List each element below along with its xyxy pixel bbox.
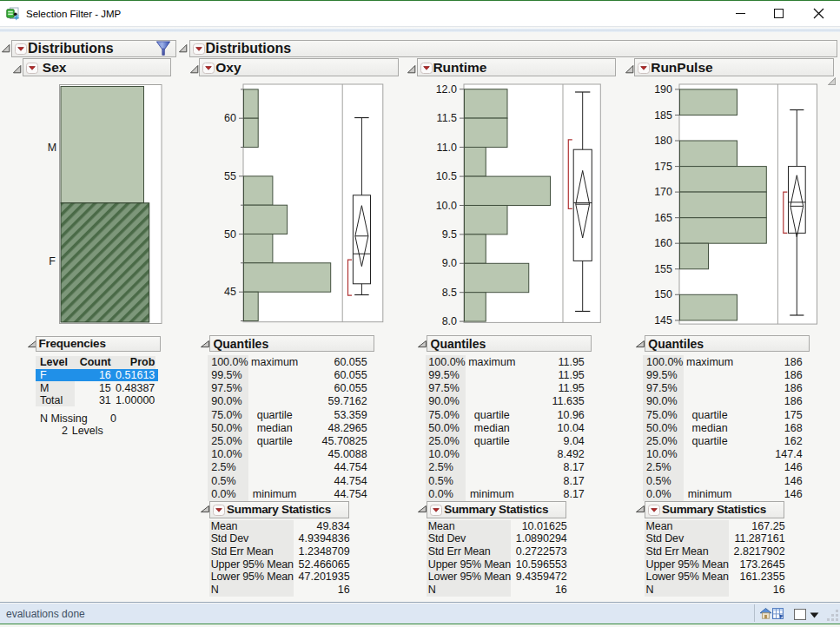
svg-text:9.0: 9.0 [441, 258, 456, 270]
svg-text:150: 150 [654, 288, 672, 300]
svg-text:8.0: 8.0 [441, 315, 456, 326]
svg-text:185: 185 [654, 109, 672, 121]
svg-text:155: 155 [654, 263, 672, 275]
svg-text:8.5: 8.5 [441, 287, 456, 299]
svg-text:10.0: 10.0 [435, 200, 456, 212]
svg-text:50: 50 [224, 228, 236, 241]
svg-text:M: M [48, 142, 56, 154]
svg-text:145: 145 [654, 314, 672, 327]
svg-text:9.5: 9.5 [441, 228, 456, 241]
svg-text:55: 55 [224, 170, 236, 182]
svg-text:F: F [49, 255, 56, 267]
svg-text:175: 175 [654, 160, 672, 172]
svg-text:180: 180 [654, 135, 672, 147]
svg-text:45: 45 [224, 286, 236, 298]
svg-text:11.0: 11.0 [436, 142, 456, 154]
svg-text:11.5: 11.5 [436, 112, 456, 124]
svg-text:12.0: 12.0 [435, 83, 456, 96]
svg-text:165: 165 [654, 212, 672, 224]
svg-text:60: 60 [224, 112, 236, 124]
svg-text:10.5: 10.5 [435, 170, 456, 182]
svg-text:160: 160 [654, 237, 672, 249]
svg-text:190: 190 [654, 83, 672, 96]
svg-text:170: 170 [654, 186, 672, 198]
